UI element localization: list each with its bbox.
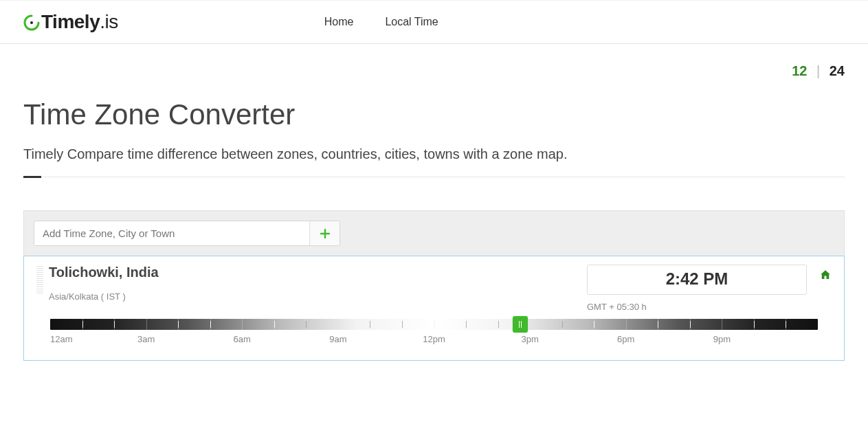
- current-time-box[interactable]: 2:42 PM: [587, 265, 807, 295]
- logo-text: Timely.is: [41, 11, 118, 33]
- hour-label: 3am: [137, 334, 155, 344]
- svg-point-0: [30, 21, 33, 24]
- timezone-right: 2:42 PM GMT + 05:30 h: [587, 265, 832, 312]
- format-12h[interactable]: 12: [792, 63, 807, 78]
- hour-label: 12pm: [423, 334, 445, 344]
- home-icon[interactable]: [819, 269, 832, 284]
- timezone-card: Tolichowki, India Asia/Kolkata ( IST ) 2…: [23, 256, 845, 361]
- plus-icon: [320, 229, 330, 238]
- slider-handle[interactable]: [513, 316, 528, 333]
- top-bar: Timely.is Home Local Time: [0, 0, 868, 44]
- main: 12 | 24 Time Zone Converter Timely Compa…: [0, 44, 868, 361]
- nav-home[interactable]: Home: [324, 16, 354, 28]
- hour-label: 9am: [329, 334, 346, 344]
- hour-label: 12am: [50, 334, 73, 344]
- hour-label: 6pm: [617, 334, 634, 344]
- section-rule: [23, 177, 845, 177]
- hour-label: 6am: [234, 334, 251, 344]
- logo[interactable]: Timely.is: [23, 11, 118, 33]
- add-timezone-button[interactable]: [309, 221, 340, 245]
- converter-panel: Tolichowki, India Asia/Kolkata ( IST ) 2…: [23, 210, 845, 361]
- current-time: 2:42 PM: [588, 269, 806, 289]
- gmt-offset: GMT + 05:30 h: [587, 302, 807, 312]
- hour-format-toggle: 12 | 24: [23, 44, 845, 86]
- slider-hourlines: [50, 319, 818, 330]
- nav-local-time[interactable]: Local Time: [385, 16, 438, 28]
- page-title: Time Zone Converter: [23, 98, 845, 131]
- timezone-header: Tolichowki, India Asia/Kolkata ( IST ) 2…: [36, 265, 832, 312]
- timezone-info: Tolichowki, India Asia/Kolkata ( IST ): [49, 265, 159, 302]
- timezone-search-input[interactable]: [34, 221, 309, 245]
- search-row: [24, 211, 844, 256]
- time-slider-wrap: 12am3am6am9am12pm3pm6pm9pm: [36, 319, 832, 348]
- page-subtitle: Timely Compare time difference between z…: [23, 144, 845, 164]
- format-24h[interactable]: 24: [830, 63, 845, 78]
- drag-handle[interactable]: [36, 266, 43, 293]
- hour-label: 9pm: [713, 334, 731, 344]
- location-name: Tolichowki, India: [49, 265, 159, 280]
- search-wrap: [34, 221, 340, 246]
- slider-labels: 12am3am6am9am12pm3pm6pm9pm: [50, 334, 818, 348]
- logo-icon: [23, 14, 40, 31]
- time-slider[interactable]: [50, 319, 818, 330]
- format-separator: |: [816, 63, 820, 78]
- timezone-name: Asia/Kolkata ( IST ): [49, 291, 159, 302]
- main-nav: Home Local Time: [324, 16, 438, 28]
- hour-label: 3pm: [521, 334, 538, 344]
